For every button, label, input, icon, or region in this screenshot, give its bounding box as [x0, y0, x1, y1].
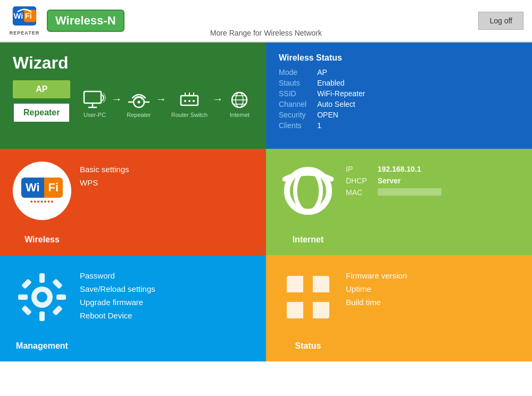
gear-icon-wrap — [13, 268, 71, 326]
wizard-title: Wizard — [13, 53, 253, 73]
dhcp-value: Server — [378, 176, 442, 185]
upgrade-firmware-link[interactable]: Upgrade firmware — [80, 298, 155, 307]
status-icon-wrap — [279, 268, 337, 326]
svg-rect-30 — [56, 294, 66, 300]
dhcp-label: DHCP — [346, 176, 367, 185]
status-panel: Status Firmware version Uptime Build tim… — [266, 255, 532, 361]
diagram-user-pc: User-PC — [83, 90, 106, 118]
status-links-wrap: Firmware version Uptime Build time — [346, 266, 407, 346]
svg-rect-27 — [39, 273, 45, 283]
status-windows-icon — [284, 273, 332, 321]
wireless-panel: Wi Fi ●●●●●●● Wireless Basic settings WP… — [0, 149, 266, 255]
tagline: More Range for Wireless Network — [0, 29, 532, 37]
svg-rect-40 — [284, 292, 332, 302]
svg-rect-28 — [39, 311, 45, 321]
wps-link[interactable]: WPS — [80, 178, 129, 187]
wizard-buttons: AP Repeater — [13, 80, 70, 123]
status-clients-label: Clients — [279, 121, 306, 130]
status-stauts-value: Enabled — [317, 79, 519, 87]
status-mode-value: AP — [317, 68, 519, 77]
ip-label: IP — [346, 165, 367, 173]
ie-icon — [279, 162, 337, 220]
svg-rect-32 — [52, 279, 63, 289]
svg-rect-35 — [287, 276, 305, 294]
svg-rect-34 — [52, 305, 63, 316]
status-clients-value: 1 — [317, 121, 519, 130]
diagram-label-userpc: User-PC — [84, 112, 106, 118]
svg-point-16 — [188, 100, 190, 102]
wireless-status-title: Wireless Status — [279, 53, 519, 63]
wizard-panel: Wizard AP Repeater User — [0, 43, 266, 149]
diagram-router: Router Switch — [171, 90, 207, 118]
management-links: Password Save/Reload settings Upgrade fi… — [80, 271, 155, 320]
uptime-link[interactable]: Uptime — [346, 284, 407, 293]
management-section-label: Management — [16, 341, 68, 351]
build-time-link[interactable]: Build time — [346, 298, 407, 307]
header: Wi Fi REPEATER Wireless-N More Range for… — [0, 0, 532, 43]
wifi-logo-icon: Wi Fi — [9, 6, 40, 30]
status-ssid-label: SSID — [279, 89, 306, 98]
internet-panel: Internet IP 192.168.10.1 DHCP Server MAC — [266, 149, 532, 255]
basic-settings-link[interactable]: Basic settings — [80, 165, 129, 174]
wireless-links: Basic settings WPS — [80, 165, 129, 187]
svg-rect-4 — [84, 91, 101, 103]
status-channel-label: Channel — [279, 100, 306, 108]
status-security-value: OPEN — [317, 111, 519, 119]
wireless-links-wrap: Basic settings WPS — [80, 159, 129, 239]
repeater-button[interactable]: Repeater — [13, 103, 70, 123]
status-channel-value: Auto Select — [317, 100, 519, 108]
save-reload-link[interactable]: Save/Reload settings — [80, 284, 155, 293]
svg-point-17 — [193, 100, 195, 102]
wizard-content: AP Repeater User-PC → — [13, 80, 253, 123]
svg-rect-33 — [21, 305, 32, 316]
status-ssid-value: WiFi-Repeater — [317, 89, 519, 98]
firmware-version-link[interactable]: Firmware version — [346, 271, 407, 280]
svg-text:Wi: Wi — [14, 11, 23, 20]
status-section-label: Status — [295, 341, 321, 351]
wireless-section-label: Wireless — [24, 235, 60, 245]
ap-button[interactable]: AP — [13, 80, 70, 98]
diagram-label-repeater: Repeater — [127, 112, 151, 118]
arrow-2: → — [156, 93, 167, 105]
diagram-label-internet: Internet — [230, 112, 250, 118]
arrow-3: → — [212, 93, 223, 105]
main-grid: Wizard AP Repeater User — [0, 43, 532, 361]
password-link[interactable]: Password — [80, 271, 155, 280]
status-links: Firmware version Uptime Build time — [346, 271, 407, 307]
wireless-status-table: Mode AP Stauts Enabled SSID WiFi-Repeate… — [279, 68, 519, 130]
arrow-1: → — [111, 93, 122, 105]
wizard-diagram: User-PC → Repeater — [81, 90, 253, 118]
svg-rect-38 — [311, 300, 329, 318]
wireless-status-panel: Wireless Status Mode AP Stauts Enabled S… — [266, 43, 532, 149]
reboot-link[interactable]: Reboot Device — [80, 311, 155, 320]
gear-icon — [15, 271, 69, 324]
ip-value: 192.168.10.1 — [378, 165, 442, 173]
diagram-repeater: Repeater — [127, 90, 151, 118]
mac-label: MAC — [346, 188, 367, 197]
status-mode-label: Mode — [279, 68, 306, 77]
logoff-button[interactable]: Log off — [478, 12, 523, 30]
management-panel: Management Password Save/Reload settings… — [0, 255, 266, 361]
svg-point-15 — [184, 100, 186, 102]
svg-rect-31 — [21, 279, 32, 289]
svg-text:Fi: Fi — [25, 11, 32, 20]
internet-info-wrap: IP 192.168.10.1 DHCP Server MAC — [346, 159, 442, 239]
diagram-label-router: Router Switch — [171, 112, 207, 118]
svg-rect-37 — [287, 300, 305, 318]
mac-bar — [378, 188, 442, 196]
svg-rect-29 — [18, 294, 28, 300]
status-stauts-label: Stauts — [279, 79, 306, 87]
svg-point-8 — [137, 101, 140, 104]
internet-section-label: Internet — [293, 235, 324, 245]
internet-info: IP 192.168.10.1 DHCP Server MAC — [346, 165, 442, 197]
management-links-wrap: Password Save/Reload settings Upgrade fi… — [80, 266, 155, 346]
status-security-label: Security — [279, 111, 306, 119]
svg-point-26 — [37, 292, 47, 302]
diagram-internet: Internet — [228, 90, 251, 118]
svg-rect-36 — [311, 276, 329, 294]
wifi-logo-circle: Wi Fi ●●●●●●● — [13, 162, 71, 220]
